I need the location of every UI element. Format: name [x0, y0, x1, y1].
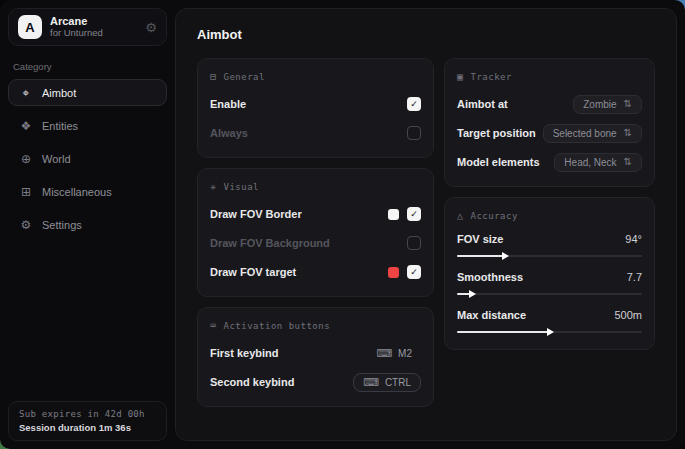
setting-row-model-elements: Model elements Head, Neck ⇅ — [457, 152, 642, 172]
setting-label: Model elements — [457, 156, 540, 168]
keyboard-icon: ⌨ — [376, 347, 392, 360]
activation-card-header: ⌨ Activation buttons — [210, 320, 421, 331]
setting-row-fov-background: Draw FOV Background ✓ — [210, 233, 421, 253]
sidebar-item-miscellaneous[interactable]: ⊞ Miscellaneous — [8, 178, 167, 205]
sub-expiry-text: Sub expires in 42d 00h — [19, 409, 156, 419]
sidebar-item-settings[interactable]: ⚙ Settings — [8, 211, 167, 238]
color-swatch-red[interactable] — [388, 267, 399, 278]
sidebar-item-label: Entities — [42, 120, 78, 132]
page-title: Aimbot — [197, 27, 666, 42]
fov-border-checkbox[interactable]: ✓ — [407, 207, 421, 221]
app-subtitle: for Unturned — [50, 28, 103, 39]
always-checkbox[interactable]: ✓ — [407, 126, 421, 140]
sidebar-item-label: Aimbot — [42, 87, 76, 99]
slider-label: Max distance — [457, 309, 526, 321]
keyboard-icon: ⌨ — [210, 320, 217, 331]
chevrons-up-down-icon: ⇅ — [624, 157, 632, 167]
fov-background-checkbox[interactable]: ✓ — [407, 236, 421, 250]
activation-card: ⌨ Activation buttons First keybind ⌨ M2 … — [197, 307, 434, 407]
visual-card: ✳ Visual Draw FOV Border ✓ — [197, 168, 434, 297]
check-icon: ✓ — [410, 100, 418, 109]
setting-row-enable: Enable ✓ — [210, 94, 421, 114]
color-swatch-white[interactable] — [388, 209, 399, 220]
sidebar-item-label: World — [42, 153, 71, 165]
target-position-dropdown[interactable]: Selected bone ⇅ — [543, 124, 642, 143]
visual-card-title: Visual — [224, 182, 260, 192]
smoothness-slider[interactable] — [457, 293, 642, 295]
setting-label: Draw FOV target — [210, 266, 296, 278]
first-keybind-button[interactable]: ⌨ M2 — [367, 345, 421, 362]
slider-fill — [457, 293, 472, 295]
keybind-value: CTRL — [385, 377, 411, 388]
globe-icon: ⊕ — [19, 152, 33, 166]
slider-handle[interactable] — [547, 328, 554, 336]
setting-label: Second keybind — [210, 376, 294, 388]
smoothness-slider-group: Smoothness 7.7 — [457, 271, 642, 295]
general-card-title: General — [224, 72, 265, 82]
app-title-block: Arcane for Unturned — [50, 15, 103, 39]
slider-fill — [457, 255, 505, 257]
tracker-icon: ▣ — [457, 71, 464, 82]
sidebar-item-world[interactable]: ⊕ World — [8, 145, 167, 172]
fov-size-slider-group: FOV size 94° — [457, 233, 642, 257]
general-icon: ⊟ — [210, 71, 217, 82]
crosshair-icon: ⌖ — [19, 86, 33, 100]
entities-icon: ❖ — [19, 119, 33, 133]
sidebar-item-label: Miscellaneous — [42, 186, 112, 198]
dropdown-value: Zombie — [583, 99, 616, 110]
sidebar: A Arcane for Unturned ⚙ Category ⌖ Aimbo… — [0, 0, 175, 449]
grid-icon: ⊞ — [19, 185, 33, 199]
accuracy-card: △ Accuracy FOV size 94° — [444, 197, 655, 350]
fov-target-checkbox[interactable]: ✓ — [407, 265, 421, 279]
general-card-header: ⊟ General — [210, 71, 421, 82]
model-elements-dropdown[interactable]: Head, Neck ⇅ — [554, 153, 642, 172]
dropdown-value: Head, Neck — [564, 157, 616, 168]
check-icon: ✓ — [410, 268, 418, 277]
fov-size-slider[interactable] — [457, 255, 642, 257]
slider-handle[interactable] — [469, 290, 476, 298]
slider-label: Smoothness — [457, 271, 523, 283]
setting-row-fov-target: Draw FOV target ✓ — [210, 262, 421, 282]
gear-icon[interactable]: ⚙ — [145, 20, 157, 35]
setting-label: Draw FOV Border — [210, 208, 302, 220]
category-label: Category — [13, 61, 162, 72]
accuracy-icon: △ — [457, 210, 464, 221]
setting-label: First keybind — [210, 347, 278, 359]
check-icon: ✓ — [410, 210, 418, 219]
app-logo: A — [18, 15, 42, 39]
app-name: Arcane — [50, 15, 103, 28]
setting-label: Enable — [210, 98, 246, 110]
visual-icon: ✳ — [210, 181, 217, 192]
dropdown-value: Selected bone — [553, 128, 617, 139]
slider-value: 500m — [614, 309, 642, 321]
slider-fill — [457, 331, 550, 333]
setting-row-target-position: Target position Selected bone ⇅ — [457, 123, 642, 143]
accuracy-card-header: △ Accuracy — [457, 210, 642, 221]
aimbot-at-dropdown[interactable]: Zombie ⇅ — [573, 95, 642, 114]
setting-row-first-keybind: First keybind ⌨ M2 — [210, 343, 421, 363]
sidebar-item-entities[interactable]: ❖ Entities — [8, 112, 167, 139]
setting-row-fov-border: Draw FOV Border ✓ — [210, 204, 421, 224]
slider-value: 94° — [625, 233, 642, 245]
keyboard-icon: ⌨ — [363, 376, 379, 389]
sidebar-item-label: Settings — [42, 219, 82, 231]
max-distance-slider[interactable] — [457, 331, 642, 333]
session-duration-text: Session duration 1m 36s — [19, 422, 156, 433]
accuracy-card-title: Accuracy — [471, 211, 518, 221]
slider-handle[interactable] — [502, 252, 509, 260]
general-card: ⊟ General Enable ✓ Always ✓ — [197, 58, 434, 158]
second-keybind-button[interactable]: ⌨ CTRL — [353, 373, 421, 392]
max-distance-slider-group: Max distance 500m — [457, 309, 642, 333]
sidebar-item-aimbot[interactable]: ⌖ Aimbot — [8, 79, 167, 106]
enable-checkbox[interactable]: ✓ — [407, 97, 421, 111]
main-panel: Aimbot ⊟ General Enable ✓ — [175, 8, 677, 441]
setting-label: Draw FOV Background — [210, 237, 330, 249]
setting-label: Always — [210, 127, 248, 139]
slider-label: FOV size — [457, 233, 503, 245]
setting-row-aimbot-at: Aimbot at Zombie ⇅ — [457, 94, 642, 114]
tracker-card-title: Tracker — [471, 72, 512, 82]
tracker-card: ▣ Tracker Aimbot at Zombie ⇅ Target posi… — [444, 58, 655, 187]
setting-label: Target position — [457, 127, 536, 139]
slider-value: 7.7 — [627, 271, 642, 283]
arcane-window: A Arcane for Unturned ⚙ Category ⌖ Aimbo… — [0, 0, 685, 449]
